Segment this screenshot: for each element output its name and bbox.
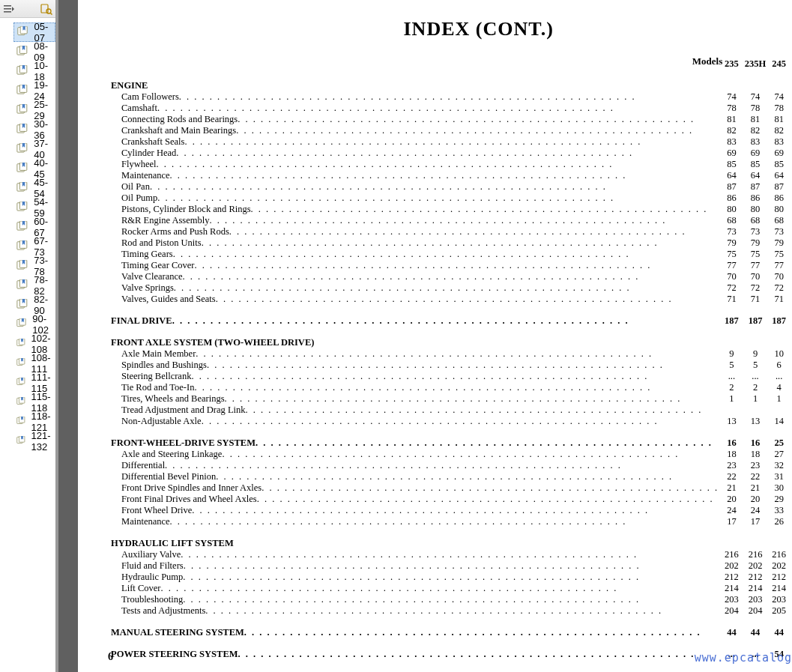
models-header: Models [662, 55, 752, 67]
document-page: INDEX (CONT.) Models 235235H245255265275… [78, 0, 792, 672]
bookmark-item[interactable]: 54-59 [13, 198, 55, 217]
options-icon[interactable] [3, 3, 15, 15]
find-bookmark-icon[interactable] [40, 3, 52, 15]
bookmark-icon [16, 299, 29, 311]
bookmark-item[interactable]: 111-115 [13, 373, 55, 393]
bookmark-icon [16, 202, 29, 214]
bookmark-item[interactable]: 67-73 [13, 237, 55, 256]
bookmark-icon [16, 65, 29, 77]
bookmark-item[interactable]: 118-121 [13, 412, 55, 432]
bookmark-item[interactable]: 37-40 [13, 139, 55, 159]
bookmark-icon [16, 260, 29, 272]
document-viewport[interactable]: INDEX (CONT.) Models 235235H245255265275… [58, 0, 792, 672]
bookmark-icon [16, 435, 27, 447]
bookmark-label: 121-132 [31, 430, 55, 452]
page-number: 6 [108, 651, 113, 663]
bookmark-icon [16, 85, 29, 97]
svg-rect-1 [4, 8, 11, 10]
bookmark-icon [16, 377, 27, 389]
bookmark-icon [16, 163, 29, 175]
watermark: www.epcatalogs.com [695, 651, 792, 665]
bookmark-icon [16, 182, 29, 194]
bookmark-item[interactable]: 73-78 [13, 256, 55, 276]
bookmark-icon [16, 221, 29, 233]
bookmark-item[interactable]: 60-67 [13, 217, 55, 237]
bookmark-item[interactable]: 121-132 [13, 432, 55, 451]
svg-rect-2 [4, 11, 11, 13]
bookmark-icon [16, 416, 27, 428]
bookmark-item[interactable]: 108-111 [13, 354, 55, 373]
bookmark-item[interactable]: 10-18 [13, 61, 55, 81]
bookmarks-sidebar: 05-0708-0910-1819-2425-2930-3637-4040-45… [0, 0, 58, 672]
bookmark-icon [16, 357, 27, 369]
svg-rect-0 [4, 5, 11, 7]
bookmark-icon [17, 26, 30, 38]
bookmark-item[interactable]: 08-09 [13, 42, 55, 61]
bookmark-icon [16, 46, 29, 58]
bookmark-icon [16, 396, 27, 408]
bookmark-icon [16, 318, 28, 330]
bookmark-item[interactable]: 40-45 [13, 159, 55, 178]
bookmark-icon [16, 104, 29, 116]
bookmark-item[interactable]: 90-102 [13, 315, 55, 334]
page-title: INDEX (CONT.) [108, 18, 792, 40]
page-gutter [58, 0, 78, 672]
bookmark-item[interactable]: 78-82 [13, 276, 55, 295]
bookmark-icon [16, 240, 29, 252]
bookmark-item[interactable]: 05-07 [13, 22, 55, 42]
bookmark-icon [16, 124, 29, 136]
index-table: 235235H245255265275ENGINECam Followers. … [108, 58, 792, 660]
sidebar-toolbar [0, 0, 55, 18]
bookmark-item[interactable]: 19-24 [13, 81, 55, 100]
bookmark-icon [16, 338, 27, 350]
bookmark-item[interactable]: 115-118 [13, 393, 55, 412]
bookmark-item[interactable]: 102-108 [13, 334, 55, 354]
bookmarks-list: 05-0708-0910-1819-2425-2930-3637-4040-45… [0, 18, 55, 451]
bookmark-item[interactable]: 25-29 [13, 100, 55, 120]
bookmark-item[interactable]: 82-90 [13, 295, 55, 315]
bookmark-icon [16, 279, 29, 291]
bookmark-icon [16, 143, 29, 155]
bookmark-item[interactable]: 30-36 [13, 120, 55, 139]
svg-line-5 [50, 13, 52, 15]
bookmark-item[interactable]: 45-54 [13, 178, 55, 198]
